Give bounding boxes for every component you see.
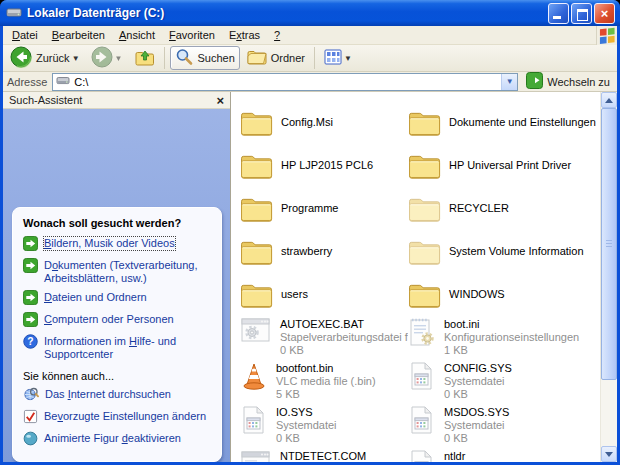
vlc-file-icon [240, 361, 268, 391]
up-button[interactable] [129, 46, 159, 70]
item-name: WINDOWS [449, 288, 505, 301]
vertical-scrollbar[interactable] [600, 92, 617, 462]
close-button[interactable]: × [594, 3, 615, 24]
folder-tile[interactable]: WINDOWS [408, 273, 600, 316]
sidebar-close-icon[interactable]: × [216, 94, 224, 107]
forward-icon [91, 46, 113, 70]
scroll-down-button[interactable] [601, 446, 617, 462]
menu-bearbeiten[interactable]: Bearbeiten [45, 27, 112, 43]
search-options-list: Bildern, Musik oder VideosDokumenten (Te… [23, 237, 214, 329]
folder-icon [408, 195, 441, 223]
address-input[interactable]: C:\ ▼ [52, 73, 518, 91]
folder-icon [240, 195, 273, 223]
svg-text:?: ? [27, 336, 33, 347]
menu-favoriten[interactable]: Favoriten [162, 27, 222, 43]
item-size: 0 KB [280, 344, 408, 357]
also-link[interactable]: Das Internet durchsuchen [23, 388, 214, 404]
folders-label: Ordner [271, 52, 305, 64]
folder-tile[interactable]: HP Universal Print Driver [408, 144, 600, 187]
views-icon [324, 49, 342, 67]
file-tile[interactable]: bootfont.binVLC media file (.bin)5 KB [240, 360, 408, 404]
search-option-link[interactable]: Dateien und Ordnern [23, 291, 214, 307]
menu-hilfe[interactable]: ? [267, 27, 287, 43]
also-link[interactable]: Animierte Figur deaktivieren [23, 432, 214, 448]
drive-icon [6, 4, 22, 22]
folder-tile[interactable]: users [240, 273, 408, 316]
menu-ansicht[interactable]: Ansicht [112, 27, 162, 43]
search-option-label: Dokumenten (Textverarbeitung, Arbeitsblä… [44, 259, 214, 285]
folder-tile[interactable]: Dokumente und Einstellungen [408, 101, 600, 144]
item-name: HP LJP2015 PCL6 [281, 159, 373, 172]
folder-tile[interactable]: Programme [240, 187, 408, 230]
system-file-icon [408, 361, 436, 391]
also-links-list: Das Internet durchsuchenBevorzugte Einst… [23, 388, 214, 448]
also-link-label: Das Internet durchsuchen [45, 388, 171, 401]
file-tile[interactable]: ntldrSystemdatei [408, 448, 600, 462]
file-tile[interactable]: IO.SYSSystemdatei0 KB [240, 404, 408, 448]
search-option-link[interactable]: Bildern, Musik oder Videos [23, 237, 214, 253]
search-option-link[interactable]: Dokumenten (Textverarbeitung, Arbeitsblä… [23, 259, 214, 285]
help-center-link[interactable]: ?Informationen im Hilfe- und Supportcent… [23, 335, 214, 361]
system-file-icon [408, 405, 436, 435]
menu-extras[interactable]: Extras [222, 27, 267, 43]
folders-button[interactable]: Ordner [243, 47, 309, 69]
go-label: Wechseln zu [547, 76, 610, 88]
folder-icon [408, 281, 441, 309]
file-tile[interactable]: NTDETECT.COMAnwendung für MS-DOS [240, 448, 408, 462]
minimize-button[interactable] [548, 3, 569, 24]
also-link[interactable]: Bevorzugte Einstellungen ändern [23, 410, 214, 426]
folder-tile[interactable]: System Volume Information [408, 230, 600, 273]
item-name: Dokumente und Einstellungen [449, 116, 596, 129]
views-dropdown-icon[interactable]: ▼ [344, 54, 352, 63]
file-tile[interactable]: CONFIG.SYSSystemdatei0 KB [408, 360, 600, 404]
back-icon [10, 46, 32, 70]
views-button[interactable]: ▼ [320, 48, 356, 68]
item-type: Systemdatei [444, 419, 509, 432]
search-bubble: Wonach soll gesucht werden? Bildern, Mus… [12, 207, 222, 462]
search-label: Suchen [197, 52, 234, 64]
search-icon [175, 48, 193, 68]
file-tile[interactable]: AUTOEXEC.BATStapelverarbeitungsdatei für… [240, 316, 408, 360]
also-title: Sie können auch... [23, 370, 214, 382]
folder-icon [240, 238, 273, 266]
also-link-label: Bevorzugte Einstellungen ändern [44, 410, 206, 423]
item-name: IO.SYS [276, 406, 337, 419]
search-option-link[interactable]: Computern oder Personen [23, 313, 214, 329]
search-option-label: Bildern, Musik oder Videos [44, 237, 175, 250]
also-link-label: Animierte Figur deaktivieren [44, 432, 181, 445]
address-dropdown-icon[interactable]: ▼ [501, 74, 517, 90]
green-arrow-icon [23, 290, 38, 307]
menu-datei[interactable]: Datei [5, 27, 45, 43]
item-type: Systemdatei [276, 419, 337, 432]
item-size: 1 KB [444, 344, 579, 357]
file-tile[interactable]: MSDOS.SYSSystemdatei0 KB [408, 404, 600, 448]
item-name: RECYCLER [449, 202, 509, 215]
item-size: 5 KB [276, 388, 376, 401]
maximize-button[interactable] [571, 3, 592, 24]
preferences-icon [23, 409, 38, 426]
chevron-down-icon [605, 452, 613, 457]
folder-tile[interactable]: strawberry [240, 230, 408, 273]
folder-tile[interactable]: RECYCLER [408, 187, 600, 230]
item-name: strawberry [281, 245, 332, 258]
go-button[interactable]: Wechseln zu [523, 72, 613, 91]
back-button[interactable]: Zurück ▼ [6, 45, 84, 71]
back-dropdown-icon[interactable]: ▼ [72, 54, 80, 63]
sidebar-header: Such-Assistent × [3, 92, 230, 109]
green-arrow-icon [23, 236, 38, 253]
folder-tile[interactable]: HP LJP2015 PCL6 [240, 144, 408, 187]
file-tile[interactable]: boot.iniKonfigurationseinstellungen1 KB [408, 316, 600, 360]
search-question: Wonach soll gesucht werden? [23, 217, 214, 229]
help-link-label: Informationen im Hilfe- und Supportcente… [44, 335, 214, 361]
search-button[interactable]: Suchen [170, 46, 239, 70]
folder-up-icon [133, 47, 155, 69]
scroll-up-button[interactable] [601, 92, 617, 108]
item-type: Systemdatei [444, 375, 512, 388]
back-label: Zurück [36, 52, 70, 64]
file-grid: Config.MsiDokumente und EinstellungenHP … [231, 92, 600, 462]
scrollbar-thumb[interactable] [601, 108, 617, 380]
folder-tile[interactable]: Config.Msi [240, 101, 408, 144]
forward-button[interactable]: ▼ [87, 45, 127, 71]
item-name: System Volume Information [449, 245, 584, 258]
item-type: VLC media file (.bin) [276, 375, 376, 388]
